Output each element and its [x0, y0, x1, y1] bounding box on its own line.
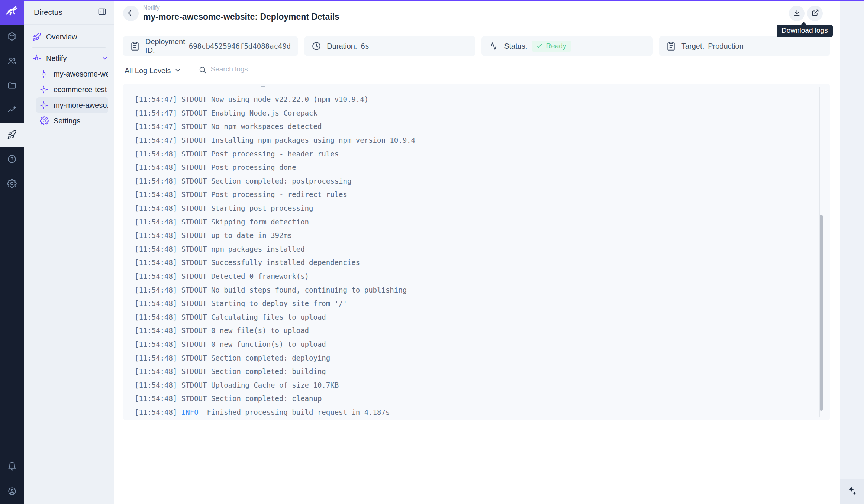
nav-item-settings[interactable]: Settings	[24, 113, 114, 129]
nav-item-netlify[interactable]: Netlify	[24, 51, 114, 66]
scrollbar-track[interactable]	[819, 87, 823, 417]
users-icon	[7, 56, 17, 67]
module-bar	[0, 0, 24, 504]
status-badge: Ready	[532, 41, 571, 52]
nav-sidebar: Directus Overview Netlify my-awesome-we.…	[24, 0, 114, 504]
page-title: my-more-awesome-website: Deployment Deta…	[143, 12, 339, 22]
nav-item-my-more-aweso-[interactable]: my-more-aweso...	[24, 97, 114, 113]
log-line: [11:54:48] STDOUT 0 new file(s) to uploa…	[135, 324, 830, 337]
title-block: Netlify my-more-awesome-website: Deploym…	[143, 4, 339, 22]
cube-icon	[7, 32, 17, 42]
rabbit-logo-icon	[5, 4, 19, 20]
log-line: [11:54:47] STDOUT Installing npm package…	[135, 133, 830, 147]
nav-item-overview[interactable]: Overview	[24, 29, 114, 45]
log-line: [11:54:48] STDOUT Post processing done	[135, 161, 830, 174]
log-line: [11:54:48] STDOUT Post processing - redi…	[135, 188, 830, 201]
module-files-button[interactable]	[0, 74, 24, 98]
nav-header: Directus	[24, 0, 114, 25]
module-help-button[interactable]	[0, 147, 24, 172]
module-settings-button[interactable]	[0, 172, 24, 196]
netlify-node-icon	[40, 85, 49, 94]
insights-icon	[7, 105, 17, 116]
log-line: [11:54:47] STDOUT Now using node v22.22.…	[135, 93, 830, 106]
info-card: Status: Ready	[481, 36, 653, 56]
directus-logo[interactable]	[0, 0, 24, 25]
log-line: [11:54:48] INFO Finished processing buil…	[135, 406, 830, 419]
log-lines: [11:54:47] STDOUT Now using node v22.22.…	[123, 84, 830, 419]
notifications-button[interactable]	[0, 455, 24, 479]
top-accent-bar	[24, 0, 864, 1]
log-line: [11:54:48] STDOUT No build steps found, …	[135, 283, 830, 297]
info-card: Target: Production	[659, 36, 830, 56]
check-icon	[536, 43, 542, 49]
module-content-button[interactable]	[0, 25, 24, 49]
module-insights-button[interactable]	[0, 98, 24, 123]
scrollbar-thumb[interactable]	[820, 215, 823, 411]
nav-items: Overview Netlify my-awesome-we... ecomme…	[24, 25, 114, 129]
page-header: Netlify my-more-awesome-website: Deploym…	[114, 1, 840, 26]
info-cards: Deployment ID: 698cb4525946f5d4088ac49d …	[123, 36, 830, 56]
clipboard-icon	[130, 41, 140, 51]
netlify-node-icon	[40, 70, 49, 78]
folder-icon	[7, 81, 17, 91]
log-output-panel[interactable]: [11:54:47] STDOUT Now using node v22.22.…	[123, 84, 830, 420]
log-line: [11:54:48] STDOUT npm packages installed	[135, 242, 830, 256]
arrow-left-icon	[127, 9, 135, 18]
netlify-node-icon	[40, 101, 49, 110]
log-line: [11:54:47] STDOUT Enabling Node.js Corep…	[135, 106, 830, 120]
external-link-icon	[811, 9, 819, 18]
sparkles-icon	[846, 485, 858, 499]
log-line: [11:54:48] STDOUT Section completed: cle…	[135, 392, 830, 406]
log-search	[199, 64, 293, 77]
project-title: Directus	[34, 8, 62, 17]
header-actions	[789, 6, 823, 21]
clipboard-icon	[666, 41, 676, 51]
bell-icon	[7, 462, 17, 472]
right-sidebar-strip	[840, 1, 864, 504]
log-level-dropdown[interactable]: All Log Levels	[123, 66, 181, 75]
log-line: [11:54:48] STDOUT Starting post processi…	[135, 201, 830, 215]
log-line: [11:54:48] STDOUT Calculating files to u…	[135, 310, 830, 324]
log-line: [11:54:48] STDOUT 0 new function(s) to u…	[135, 337, 830, 351]
gear-icon	[40, 116, 49, 125]
open-external-button[interactable]	[807, 6, 823, 21]
download-logs-button[interactable]	[789, 6, 805, 21]
chevron-down-icon	[101, 55, 108, 62]
rocket-icon	[7, 130, 17, 140]
back-button[interactable]	[123, 6, 139, 21]
ai-assistant-button[interactable]	[846, 485, 858, 499]
log-line: [11:54:48] STDOUT Post processing - head…	[135, 147, 830, 161]
card-value: 6s	[361, 42, 369, 50]
chevron-down-icon	[174, 66, 181, 75]
nav-divider	[32, 47, 106, 48]
netlify-node-icon	[32, 54, 41, 63]
rocket-icon	[32, 32, 41, 41]
module-users-button[interactable]	[0, 49, 24, 74]
clipped-log-line-fragment	[261, 86, 265, 87]
log-line: [11:54:48] STDOUT Section completed: pos…	[135, 174, 830, 188]
gear-icon	[7, 179, 17, 190]
log-line: [11:54:48] STDOUT Starting to deploy sit…	[135, 297, 830, 310]
log-filters: All Log Levels	[123, 63, 293, 78]
collapse-sidebar-button[interactable]	[97, 7, 107, 17]
nav-item-ecommerce-test[interactable]: ecommerce-test	[24, 82, 114, 97]
module-netlify-extension-button[interactable]	[0, 123, 24, 147]
card-value: 698cb4525946f5d4088ac49d	[189, 42, 291, 50]
breadcrumb: Netlify	[143, 4, 339, 11]
download-icon	[793, 9, 801, 18]
download-logs-tooltip: Download logs	[777, 25, 833, 37]
log-line: [11:54:48] STDOUT Section completed: bui…	[135, 365, 830, 378]
search-input[interactable]	[211, 64, 293, 77]
nav-item-my-awesome-we-[interactable]: my-awesome-we...	[24, 66, 114, 82]
log-line: [11:54:47] STDOUT No npm workspaces dete…	[135, 120, 830, 133]
activity-icon	[489, 41, 499, 51]
log-line: [11:54:48] STDOUT Successfully installed…	[135, 256, 830, 269]
app-root: Directus Overview Netlify my-awesome-we.…	[0, 0, 864, 504]
user-menu-button[interactable]	[0, 479, 24, 504]
log-line: [11:54:48] STDOUT Detected 0 framework(s…	[135, 269, 830, 283]
help-circle-icon	[7, 154, 17, 165]
info-card: Duration: 6s	[304, 36, 475, 56]
main-content: Netlify my-more-awesome-website: Deploym…	[114, 1, 840, 504]
log-line: [11:54:48] STDOUT Skipping form detectio…	[135, 215, 830, 229]
user-circle-icon	[7, 487, 17, 497]
